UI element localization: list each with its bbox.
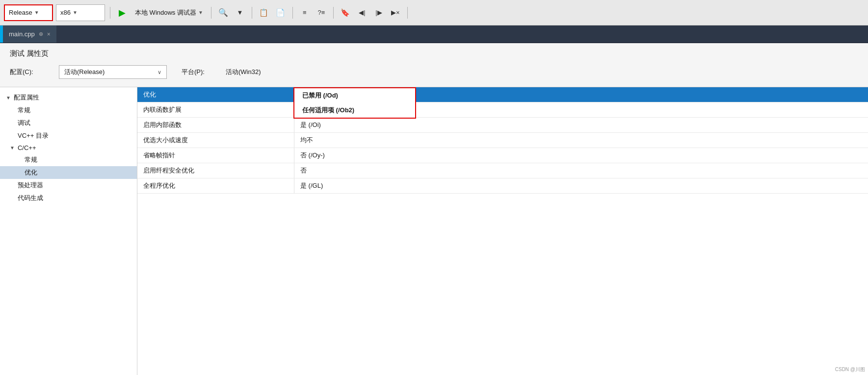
tree-section-config-properties[interactable]: ▼ 配置属性 (0, 91, 137, 104)
tree-item-codegen[interactable]: 代码生成 (0, 192, 137, 204)
main-content: ▼ 配置属性 常规 调试 VC++ 目录 ▼ C/C++ 常规 优化 预处理器 … (0, 87, 868, 375)
toolbar-icon-align[interactable]: ≡ (298, 6, 312, 20)
debugger-label: 本地 Windows 调试器 (135, 8, 196, 17)
platform-label: 平台(P): (182, 68, 211, 76)
toolbar-icon-copy[interactable]: 📋 (257, 6, 271, 20)
tree-item-general[interactable]: 常规 (0, 104, 137, 117)
prop-row-fiber[interactable]: 启用纤程安全优化 否 (137, 163, 868, 178)
release-dropdown[interactable]: Release ▼ (4, 4, 53, 21)
prop-value-omit-fp: 否 (/Oy-) (294, 148, 868, 163)
toolbar-icon-nav3[interactable]: ▶× (389, 6, 402, 20)
prop-row-omit-fp[interactable]: 省略帧指针 否 (/Oy-) (137, 148, 868, 163)
tree-subitem-optimization[interactable]: 优化 (0, 166, 137, 179)
separator-6 (407, 7, 408, 19)
tree-section-label: 配置属性 (14, 93, 39, 102)
toolbar-icon-1[interactable]: ▼ (233, 6, 247, 20)
toolbar-icon-question[interactable]: ?≡ (315, 6, 328, 20)
prop-name-fiber: 启用纤程安全优化 (137, 163, 294, 178)
optimization-popup: 已禁用 (/Od) 任何适用项 (/Ob2) (293, 87, 416, 119)
tab-close-button[interactable]: × (47, 31, 51, 38)
separator-1 (110, 7, 110, 19)
search-button[interactable]: 🔍 (216, 6, 230, 20)
tree-item-debug[interactable]: 调试 (0, 117, 137, 129)
config-select-value: 活动(Release) (64, 68, 154, 76)
config-label: 配置(C): (10, 68, 44, 76)
tab-main-cpp[interactable]: main.cpp ⊕ × (3, 25, 57, 43)
tab-filename: main.cpp (9, 30, 35, 38)
prop-row-wpo[interactable]: 全程序优化 是 (/GL) (137, 178, 868, 194)
prop-row-intrinsic[interactable]: 启用内部函数 是 (/Oi) (137, 118, 868, 133)
prop-name-omit-fp: 省略帧指针 (137, 148, 294, 163)
prop-row-inline[interactable]: 内联函数扩展 (137, 102, 868, 118)
prop-row-favor[interactable]: 优选大小或速度 均不 (137, 133, 868, 148)
config-select[interactable]: 活动(Release) ∨ (59, 65, 167, 79)
prop-name-wpo: 全程序优化 (137, 178, 294, 193)
popup-item-any-suitable[interactable]: 任何适用项 (/Ob2) (294, 103, 415, 118)
debugger-dropdown-arrow: ▼ (198, 10, 203, 15)
release-dropdown-arrow: ▼ (34, 10, 39, 15)
prop-value-fiber: 否 (294, 163, 868, 178)
prop-name-intrinsic: 启用内部函数 (137, 118, 294, 132)
separator-2 (211, 7, 211, 19)
debugger-dropdown[interactable]: 本地 Windows 调试器 ▼ (132, 4, 206, 21)
config-select-arrow: ∨ (158, 69, 161, 75)
tree-subsection-cpp-label: C/C++ (18, 144, 36, 151)
prop-value-favor: 均不 (294, 133, 868, 148)
toolbar-icon-nav1[interactable]: ◀| (355, 6, 369, 20)
tree-arrow-cpp: ▼ (10, 145, 15, 150)
prop-name-optimization: 优化 (137, 87, 294, 102)
prop-row-optimization[interactable]: 优化 (137, 87, 868, 102)
content-wrapper: 测试 属性页 配置(C): 活动(Release) ∨ 平台(P): 活动(Wi… (0, 43, 868, 375)
config-row: 配置(C): 活动(Release) ∨ 平台(P): 活动(Win32) (10, 65, 858, 79)
x86-label: x86 (60, 9, 71, 16)
separator-3 (252, 7, 252, 19)
tree-subsection-cpp[interactable]: ▼ C/C++ (0, 142, 137, 153)
property-page-header: 测试 属性页 配置(C): 活动(Release) ∨ 平台(P): 活动(Wi… (0, 43, 868, 87)
prop-name-favor: 优选大小或速度 (137, 133, 294, 148)
tree-item-vc-dir[interactable]: VC++ 目录 (0, 129, 137, 142)
separator-4 (292, 7, 293, 19)
prop-value-wpo: 是 (/GL) (294, 178, 868, 193)
toolbar-icon-bookmark[interactable]: 🔖 (339, 6, 352, 20)
separator-5 (333, 7, 334, 19)
toolbar: Release ▼ x86 ▼ ▶ 本地 Windows 调试器 ▼ 🔍 ▼ 📋… (0, 0, 868, 25)
platform-value: 活动(Win32) (226, 68, 261, 76)
x86-dropdown[interactable]: x86 ▼ (56, 4, 105, 21)
properties-panel: 优化 内联函数扩展 启用内部函数 是 (/Oi) 优选大小或速度 均不 省略帧指… (137, 87, 868, 375)
release-label: Release (9, 9, 32, 16)
tab-bar: main.cpp ⊕ × (0, 25, 868, 43)
play-button[interactable]: ▶ (115, 6, 129, 20)
popup-item-disabled[interactable]: 已禁用 (/Od) (294, 88, 415, 103)
watermark: CSDN @川图 (835, 366, 865, 373)
property-page-title: 测试 属性页 (10, 49, 858, 58)
tab-pin-icon[interactable]: ⊕ (39, 31, 43, 37)
prop-name-inline: 内联函数扩展 (137, 102, 294, 117)
tree-item-preprocessor[interactable]: 预处理器 (0, 179, 137, 192)
tree-subitem-general[interactable]: 常规 (0, 153, 137, 166)
x86-dropdown-arrow: ▼ (73, 10, 78, 15)
tree-panel: ▼ 配置属性 常规 调试 VC++ 目录 ▼ C/C++ 常规 优化 预处理器 … (0, 87, 137, 375)
tree-arrow-config: ▼ (6, 95, 11, 100)
toolbar-icon-nav2[interactable]: |▶ (372, 6, 386, 20)
toolbar-icon-clipboard[interactable]: 📄 (274, 6, 288, 20)
prop-value-intrinsic: 是 (/Oi) (294, 118, 868, 132)
